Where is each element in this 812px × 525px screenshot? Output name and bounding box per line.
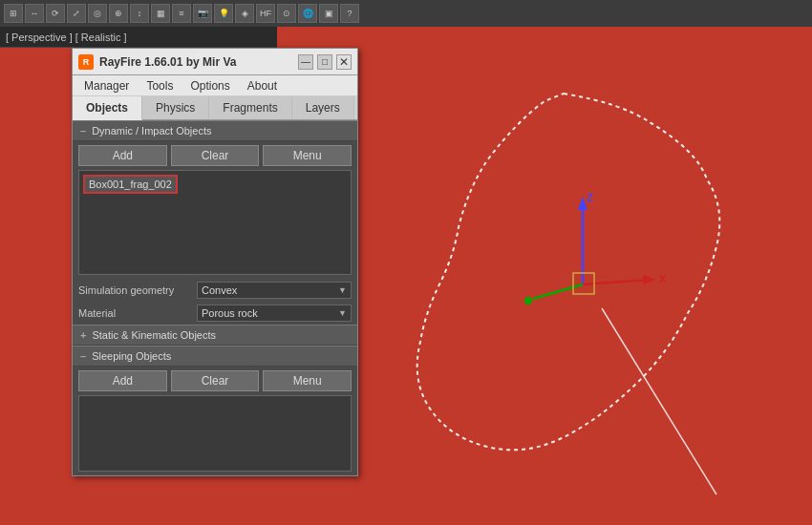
list-item[interactable]: Box001_frag_002	[83, 175, 178, 194]
dynamic-btn-row: Add Clear Menu	[73, 141, 357, 170]
material-value: Porous rock	[202, 307, 258, 319]
title-bar: R RayFire 1.66.01 by Mir Va — □ ✕	[73, 49, 357, 75]
dynamic-clear-button[interactable]: Clear	[171, 145, 260, 166]
dynamic-section-toggle[interactable]: –	[80, 125, 86, 136]
menu-manager[interactable]: Manager	[76, 77, 137, 94]
svg-marker-6	[643, 275, 656, 284]
toolbar-icon-5[interactable]: ◎	[88, 4, 107, 23]
perspective-label: [ Perspective ] [ Realistic ]	[6, 32, 127, 43]
sleeping-section-title: Sleeping Objects	[92, 350, 171, 362]
window-title: RayFire 1.66.01 by Mir Va	[99, 55, 236, 69]
toolbar-icon-8[interactable]: ▦	[151, 4, 170, 23]
toolbar-icon-16[interactable]: ▣	[319, 4, 338, 23]
toolbar-icon-10[interactable]: 📷	[193, 4, 212, 23]
sleeping-section-toggle[interactable]: –	[80, 350, 86, 362]
toolbar-icon-4[interactable]: ⤢	[67, 4, 86, 23]
title-bar-left: R RayFire 1.66.01 by Mir Va	[78, 54, 236, 70]
toolbar-icon-13[interactable]: HF	[256, 4, 275, 23]
menu-bar: Manager Tools Options About	[73, 75, 357, 96]
sleeping-btn-row: Add Clear Menu	[73, 367, 357, 395]
material-label: Material	[78, 307, 193, 319]
svg-line-3	[533, 284, 583, 299]
toolbar-icon-17[interactable]: ?	[340, 4, 359, 23]
material-row: Material Porous rock ▼	[73, 302, 357, 325]
toolbar-icon-11[interactable]: 💡	[214, 4, 233, 23]
static-section-header: + Static & Kinematic Objects	[73, 325, 357, 346]
svg-line-9	[602, 308, 716, 494]
maximize-button[interactable]: □	[317, 54, 332, 70]
static-section-title: Static & Kinematic Objects	[92, 329, 216, 341]
toolbar-icon-2[interactable]: ↔	[25, 4, 44, 23]
simulation-geometry-row: Simulation geometry Convex ▼	[73, 279, 357, 302]
tab-physics[interactable]: Physics	[142, 96, 209, 119]
toolbar-icon-7[interactable]: ↕	[130, 4, 149, 23]
simulation-geometry-select[interactable]: Convex ▼	[197, 282, 352, 299]
tab-objects[interactable]: Objects	[73, 96, 142, 120]
simulation-geometry-value: Convex	[202, 284, 237, 296]
toolbar-icon-6[interactable]: ⊕	[109, 4, 128, 23]
sleeping-object-list[interactable]	[78, 395, 352, 472]
dynamic-add-button[interactable]: Add	[78, 145, 167, 166]
menu-about[interactable]: About	[240, 77, 285, 94]
menu-options[interactable]: Options	[182, 77, 237, 94]
menu-tools[interactable]: Tools	[139, 77, 181, 94]
tabs: Objects Physics Fragments Layers	[73, 96, 357, 120]
rayfire-panel: R RayFire 1.66.01 by Mir Va — □ ✕ Manage…	[72, 48, 358, 476]
svg-text:X: X	[659, 273, 667, 284]
chevron-down-icon-2: ▼	[338, 308, 347, 318]
chevron-down-icon: ▼	[338, 285, 347, 295]
svg-line-5	[583, 280, 650, 284]
toolbar-icon-1[interactable]: ⊞	[4, 4, 23, 23]
close-button[interactable]: ✕	[336, 54, 352, 70]
minimize-button[interactable]: —	[298, 54, 313, 70]
static-section-toggle[interactable]: +	[80, 329, 86, 341]
dynamic-section-header: – Dynamic / Impact Objects	[73, 120, 357, 141]
toolbar-icon-12[interactable]: ◈	[235, 4, 254, 23]
svg-point-4	[524, 297, 532, 304]
tab-fragments[interactable]: Fragments	[209, 96, 291, 119]
simulation-geometry-label: Simulation geometry	[78, 284, 193, 296]
toolbar-icon-3[interactable]: ⟳	[46, 4, 65, 23]
sleeping-add-button[interactable]: Add	[78, 370, 167, 391]
toolbar-icon-15[interactable]: 🌐	[298, 4, 317, 23]
tab-layers[interactable]: Layers	[292, 96, 354, 119]
toolbar-icon-9[interactable]: ≡	[172, 4, 191, 23]
sleeping-section-header: – Sleeping Objects	[73, 346, 357, 367]
svg-text:Z: Z	[587, 192, 593, 203]
toolbar-icon-14[interactable]: ⊙	[277, 4, 296, 23]
object-list[interactable]: Box001_frag_002	[78, 170, 352, 275]
sleeping-menu-button[interactable]: Menu	[263, 370, 352, 391]
dynamic-menu-button[interactable]: Menu	[263, 145, 352, 166]
sleeping-clear-button[interactable]: Clear	[171, 370, 260, 391]
title-bar-controls: — □ ✕	[298, 54, 352, 70]
material-select[interactable]: Porous rock ▼	[197, 304, 352, 322]
perspective-bar: [ Perspective ] [ Realistic ]	[0, 27, 277, 48]
dynamic-section-title: Dynamic / Impact Objects	[92, 125, 211, 136]
rayfire-icon: R	[78, 54, 94, 70]
toolbar: ⊞ ↔ ⟳ ⤢ ◎ ⊕ ↕ ▦ ≡ 📷 💡 ◈ HF ⊙ 🌐 ▣ ?	[0, 0, 812, 27]
